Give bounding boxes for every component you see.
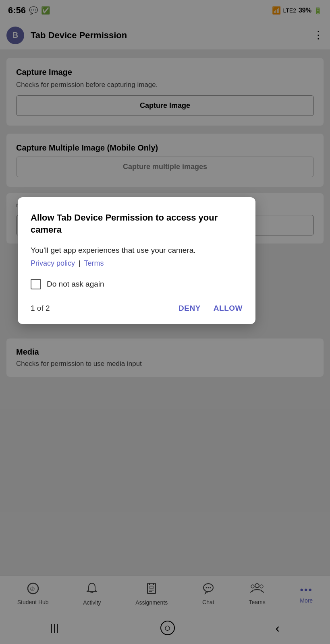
- dialog-title: Allow Tab Device Permission to access yo…: [31, 212, 243, 235]
- do-not-ask-row: Do not ask again: [31, 279, 243, 289]
- link-separator: |: [79, 259, 81, 267]
- dialog-counter: 1 of 2: [31, 304, 50, 313]
- page-wrapper: 6:56 💬 ✅ 📶 LTE2 39% 🔋 B Tab Device Permi…: [0, 0, 330, 644]
- dialog-actions: DENY ALLOW: [178, 304, 243, 313]
- dialog-links: Privacy policy | Terms: [31, 259, 243, 268]
- do-not-ask-checkbox[interactable]: [31, 279, 41, 289]
- allow-button[interactable]: ALLOW: [214, 304, 243, 313]
- deny-button[interactable]: DENY: [178, 304, 201, 313]
- terms-link[interactable]: Terms: [84, 259, 104, 267]
- do-not-ask-label: Do not ask again: [47, 280, 104, 289]
- permission-dialog: Allow Tab Device Permission to access yo…: [18, 197, 255, 324]
- privacy-policy-link[interactable]: Privacy policy: [31, 259, 75, 267]
- dialog-footer: 1 of 2 DENY ALLOW: [31, 304, 243, 313]
- dialog-description: You'll get app experiences that use your…: [31, 245, 243, 256]
